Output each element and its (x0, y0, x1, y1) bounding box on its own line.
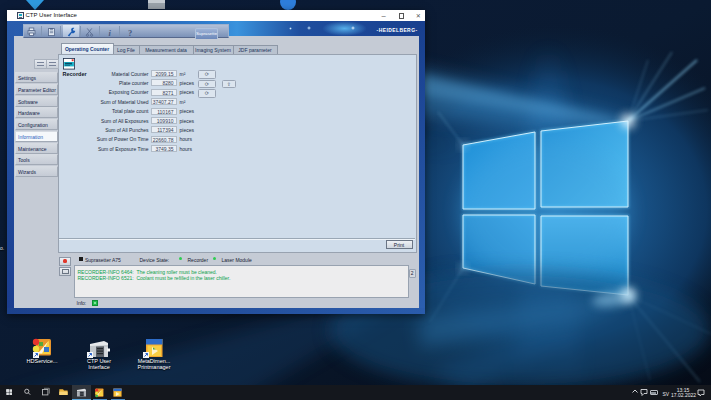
svg-text:i: i (109, 28, 112, 38)
svg-text:?: ? (128, 28, 132, 38)
